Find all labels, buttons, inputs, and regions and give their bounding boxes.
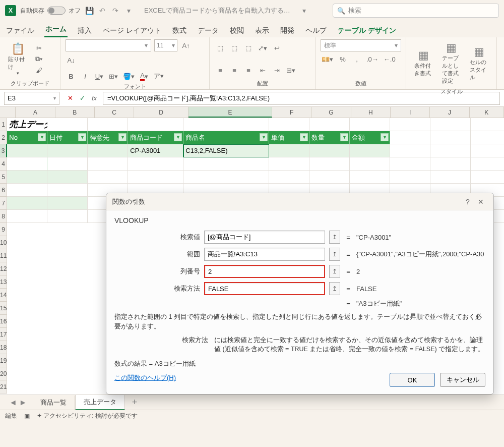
row-header[interactable]: 8 — [0, 210, 7, 223]
range-selector-icon[interactable]: ↥ — [329, 282, 340, 295]
cell[interactable] — [7, 210, 47, 223]
next-sheet-icon[interactable]: ► — [19, 398, 27, 407]
copy-icon[interactable]: ⧉▾ — [33, 53, 44, 65]
cell[interactable] — [269, 171, 309, 184]
increase-decimal-icon[interactable]: .0→ — [365, 53, 380, 65]
cancel-button[interactable]: キャンセル — [440, 373, 485, 387]
align-left-icon[interactable]: ≡ — [215, 65, 226, 76]
format-as-table-button[interactable]: ▦テーブルとして書式設定 — [439, 39, 464, 87]
cell[interactable] — [7, 171, 47, 184]
cell[interactable] — [7, 197, 47, 210]
table-header[interactable]: 数量▼ — [309, 131, 350, 144]
sheet-tab[interactable]: 売上データ — [75, 395, 125, 410]
cell[interactable] — [269, 157, 309, 171]
table-header[interactable]: 単価▼ — [269, 131, 309, 144]
tab-file[interactable]: ファイル — [5, 24, 35, 37]
qat-dropdown-icon[interactable]: ▾ — [124, 6, 133, 15]
table-header[interactable]: 商品名▼ — [183, 131, 269, 144]
arg-lookup-value-input[interactable] — [204, 231, 325, 244]
cell[interactable] — [471, 118, 504, 131]
font-size-select[interactable]: 11▾ — [154, 39, 177, 51]
row-header[interactable]: 11 — [0, 249, 7, 262]
currency-icon[interactable]: 💴▾ — [321, 53, 334, 65]
fx-icon[interactable]: fx — [89, 93, 100, 104]
cell[interactable] — [88, 171, 128, 184]
tab-home[interactable]: ホーム — [44, 23, 68, 37]
row-header[interactable]: 14 — [0, 289, 7, 302]
filter-dropdown-icon[interactable]: ▼ — [300, 133, 308, 141]
row-header[interactable]: 7 — [0, 197, 7, 210]
fill-color-button[interactable]: 🪣▾ — [122, 71, 136, 82]
col-header[interactable]: E — [188, 107, 272, 118]
cell[interactable]: CP-A3001 — [128, 144, 183, 157]
dialog-close-icon[interactable]: ✕ — [474, 198, 487, 206]
row-header[interactable]: 18 — [0, 341, 7, 354]
increase-font-icon[interactable]: A↑ — [180, 40, 192, 51]
row-header[interactable]: 10 — [0, 236, 7, 249]
row-header[interactable]: 20 — [0, 367, 7, 380]
cancel-formula-icon[interactable]: ✕ — [65, 93, 76, 104]
cell[interactable] — [47, 184, 88, 197]
cell[interactable] — [430, 157, 471, 171]
merge-cells-icon[interactable]: ⊞▾ — [285, 65, 296, 76]
row-header[interactable]: 16 — [0, 315, 7, 328]
cell-styles-button[interactable]: ▦セルのスタイル — [467, 43, 491, 83]
sheet-tab[interactable]: 商品一覧 — [32, 396, 75, 410]
filter-dropdown-icon[interactable]: ▼ — [174, 133, 182, 141]
cell[interactable] — [309, 144, 350, 157]
cell[interactable] — [128, 118, 183, 131]
cell[interactable] — [350, 171, 390, 184]
cell[interactable] — [430, 171, 471, 184]
format-painter-icon[interactable]: 🖌 — [33, 65, 44, 76]
cell[interactable] — [471, 157, 504, 171]
cell[interactable] — [350, 118, 390, 131]
tab-view[interactable]: 表示 — [254, 24, 270, 37]
redo-icon[interactable]: ↷ — [111, 6, 120, 15]
dialog-help-icon[interactable]: ? — [461, 198, 474, 206]
filter-dropdown-icon[interactable]: ▼ — [340, 133, 348, 141]
add-sheet-button[interactable]: + — [125, 397, 145, 408]
arg-table-array-input[interactable] — [204, 248, 325, 261]
align-center-icon[interactable]: ≡ — [229, 65, 240, 76]
row-header[interactable]: 21 — [0, 380, 7, 394]
bold-button[interactable]: B — [66, 71, 77, 82]
align-right-icon[interactable]: ≡ — [243, 65, 254, 76]
cell[interactable] — [309, 171, 350, 184]
cell[interactable] — [128, 171, 183, 184]
range-selector-icon[interactable]: ↥ — [329, 231, 340, 244]
cell[interactable] — [430, 131, 471, 144]
tab-table-design[interactable]: テーブル デザイン — [337, 24, 397, 37]
tab-help[interactable]: ヘルプ — [304, 24, 328, 37]
table-header[interactable]: No▼ — [7, 131, 47, 144]
cell[interactable] — [7, 184, 47, 197]
cell[interactable] — [471, 131, 504, 144]
cell[interactable] — [390, 118, 430, 131]
row-header[interactable]: 12 — [0, 262, 7, 275]
cell[interactable] — [47, 197, 88, 210]
col-header[interactable]: J — [430, 107, 469, 118]
autosave-toggle[interactable]: 自動保存 オフ — [20, 7, 81, 15]
cell[interactable] — [269, 144, 309, 157]
ok-button[interactable]: OK — [390, 373, 435, 387]
tab-page-layout[interactable]: ページ レイアウト — [102, 24, 162, 37]
font-name-select[interactable]: ▾ — [66, 39, 151, 51]
search-input[interactable]: 🔍 検索 — [333, 4, 499, 18]
row-header[interactable]: 2 — [0, 131, 7, 144]
cell[interactable] — [471, 171, 504, 184]
accessibility-status[interactable]: ✦ アクセシビリティ: 検討が必要です — [37, 412, 138, 420]
row-header[interactable]: 17 — [0, 328, 7, 341]
cell[interactable] — [47, 210, 88, 223]
cell[interactable] — [471, 144, 504, 157]
tab-review[interactable]: 校閲 — [229, 24, 245, 37]
col-header[interactable]: A — [16, 107, 55, 118]
table-header[interactable]: 商品コード▼ — [128, 131, 183, 144]
align-top-icon[interactable]: ⬚ — [215, 42, 226, 53]
italic-button[interactable]: I — [80, 71, 91, 82]
filter-dropdown-icon[interactable]: ▼ — [381, 133, 389, 141]
cell[interactable] — [183, 118, 269, 131]
col-header[interactable]: D — [134, 107, 188, 118]
cell[interactable] — [390, 157, 430, 171]
col-header[interactable]: F — [272, 107, 311, 118]
col-header[interactable]: K — [470, 107, 504, 118]
macro-record-icon[interactable]: ▣ — [24, 413, 30, 420]
